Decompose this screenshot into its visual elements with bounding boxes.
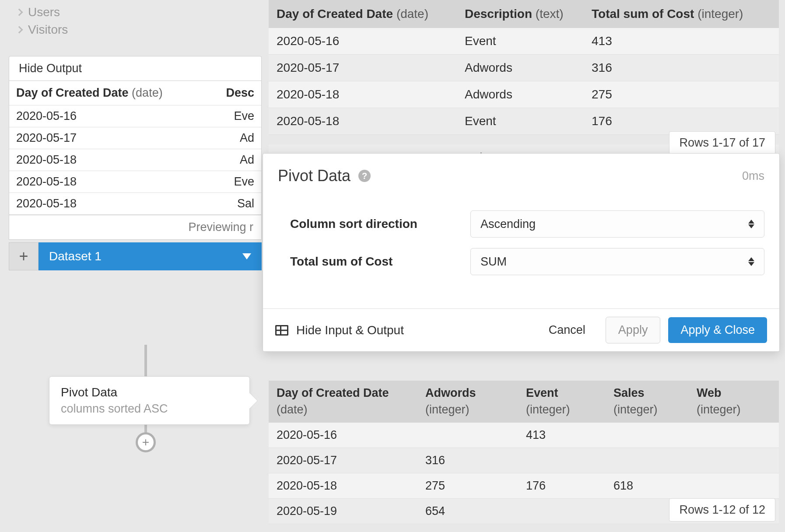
col-name: Desc [226,86,254,99]
aggregation-select[interactable]: SUM [470,248,764,275]
plus-icon: + [19,247,28,266]
node-title: Pivot Data [61,385,238,399]
col-type: (date) [277,402,410,418]
table-row[interactable]: 2020-05-18Eve [9,171,261,193]
table-row[interactable]: 2020-05-17Ad [9,127,261,149]
apply-button[interactable]: Apply [606,317,661,343]
input-data-table: Day of Created Date (date) Description (… [269,0,779,135]
chevron-right-icon [16,26,23,34]
select-value: SUM [480,255,507,269]
tree-item-visitors[interactable]: Visitors [17,21,254,38]
col-type: (integer) [697,7,743,21]
table-row[interactable]: 2020-05-18Adwords275 [269,81,779,108]
col-name: Sales [613,386,645,399]
rows-count-text: Rows 1-12 of 12 [679,503,765,516]
col-type: (integer) [613,402,681,418]
node-subtitle: columns sorted ASC [61,402,238,416]
cancel-button[interactable]: Cancel [536,317,598,343]
background-preview-table: Day of Created Date (date) Desc 2020-05-… [9,80,262,215]
pipeline-tab-row: + Dataset 1 [9,242,262,270]
help-icon[interactable]: ? [358,170,371,182]
modal-body: Column sort direction Ascending Total su… [263,194,779,308]
col-type: (date) [396,7,428,21]
rows-count-text: Rows 1-17 of 17 [679,136,765,149]
add-dataset-button[interactable]: + [9,242,39,270]
table-icon [275,325,288,336]
dataset-tab[interactable]: Dataset 1 [39,242,262,270]
table-row[interactable]: 2020-05-16413 [269,423,779,448]
hide-output-label: Hide Output [19,62,82,75]
col-type: (integer) [425,402,510,418]
table-row[interactable]: 2020-05-18Sal [9,193,261,215]
col-type: (date) [132,86,163,99]
hide-io-button[interactable]: Hide Input & Output [275,323,404,337]
table-row[interactable]: 2020-05-18275176618 [269,473,779,498]
table-header-row: Day of Created Date (date) Description (… [269,0,779,28]
table-row[interactable]: 2020-05-17316 [269,448,779,473]
table-row[interactable]: 2020-05-18Event176 [269,108,779,135]
col-type: (integer) [526,402,598,418]
chevron-down-icon [242,253,251,259]
table-header-row: Day of Created Date(date) Adwords(intege… [269,381,779,423]
col-name: Web [697,386,722,399]
rows-count-badge: Rows 1-12 of 12 [669,498,775,522]
select-arrows-icon [748,220,754,228]
table-row[interactable]: 2020-05-16Eve [9,105,261,127]
col-type: (text) [536,7,564,21]
form-row-aggregation: Total sum of Cost SUM [278,248,764,275]
sort-direction-select[interactable]: Ascending [470,210,764,238]
select-arrows-icon [748,257,754,266]
tree-item-label: Users [28,5,60,19]
form-row-sort-direction: Column sort direction Ascending [278,210,764,238]
object-tree: Users Visitors [9,0,262,56]
col-type: (integer) [697,402,771,418]
field-label: Total sum of Cost [278,255,470,269]
field-label: Column sort direction [278,217,470,231]
modal-footer: Hide Input & Output Cancel Apply Apply &… [263,308,779,351]
table-row[interactable]: 2020-05-18Ad [9,149,261,171]
table-header-row: Day of Created Date (date) Desc [9,81,261,105]
select-value: Ascending [480,217,536,231]
col-name: Total sum of Cost [592,7,694,21]
output-data-table: Day of Created Date(date) Adwords(intege… [269,381,779,524]
plus-icon: + [142,435,149,449]
left-panel: Users Visitors Hide Output Day of Create… [9,0,262,270]
col-name: Description [465,7,532,21]
modal-header: Pivot Data ? 0ms [263,154,779,194]
chevron-right-icon [16,9,23,16]
hide-io-label: Hide Input & Output [296,323,404,337]
col-name: Day of Created Date [277,7,393,21]
hide-output-button[interactable]: Hide Output [9,56,262,80]
tree-item-users[interactable]: Users [17,4,254,21]
pivot-data-modal: Pivot Data ? 0ms Column sort direction A… [263,153,780,352]
rows-count-badge: Rows 1-17 of 17 [669,131,775,154]
modal-title: Pivot Data [278,167,350,185]
dataset-tab-label: Dataset 1 [49,249,102,263]
col-name: Day of Created Date [277,386,389,399]
execution-time: 0ms [742,169,764,183]
preview-status: Previewing r [9,215,262,240]
table-row[interactable]: 2020-05-17Adwords316 [269,55,779,81]
col-name: Day of Created Date [16,86,129,99]
add-step-button[interactable]: + [136,432,156,452]
pivot-node[interactable]: Pivot Data columns sorted ASC [49,376,250,425]
table-row[interactable]: 2020-05-16Event413 [269,28,779,55]
apply-close-button[interactable]: Apply & Close [668,317,767,343]
arrow-right-icon [249,393,257,409]
tree-item-label: Visitors [28,23,68,37]
col-name: Adwords [425,386,476,399]
preview-status-text: Previewing r [188,220,253,234]
col-name: Event [526,386,558,399]
